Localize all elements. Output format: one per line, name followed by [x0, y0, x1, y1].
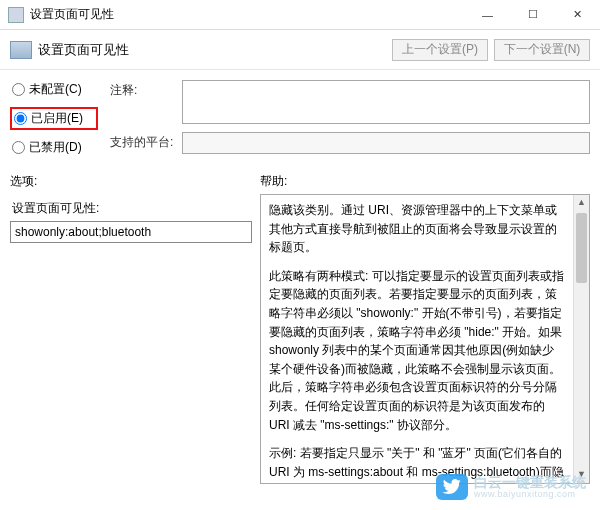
scroll-thumb[interactable]	[576, 213, 587, 283]
scroll-up-icon[interactable]: ▲	[574, 195, 589, 211]
visibility-option-input[interactable]	[10, 221, 252, 243]
radio-not-configured-label: 未配置(C)	[29, 81, 82, 98]
platform-label: 支持的平台:	[110, 132, 182, 154]
radio-not-configured-input[interactable]	[12, 83, 25, 96]
radio-enabled-label: 已启用(E)	[31, 110, 83, 127]
maximize-button[interactable]: ☐	[510, 0, 555, 30]
platform-display	[182, 132, 590, 154]
help-pane: 隐藏该类别。通过 URI、资源管理器中的上下文菜单或其他方式直接导航到被阻止的页…	[260, 194, 590, 484]
radio-enabled[interactable]: 已启用(E)	[10, 107, 98, 130]
radio-disabled[interactable]: 已禁用(D)	[10, 138, 98, 157]
help-paragraph: 此策略有两种模式: 可以指定要显示的设置页面列表或指定要隐藏的页面列表。若要指定…	[269, 267, 565, 434]
app-icon	[8, 7, 24, 23]
options-pane: 设置页面可见性:	[10, 194, 252, 484]
radio-not-configured[interactable]: 未配置(C)	[10, 80, 98, 99]
comment-label: 注释:	[110, 80, 182, 124]
window-controls: — ☐ ✕	[465, 0, 600, 30]
radio-enabled-input[interactable]	[14, 112, 27, 125]
state-radio-group: 未配置(C) 已启用(E) 已禁用(D)	[10, 80, 98, 165]
next-setting-button[interactable]: 下一个设置(N)	[494, 39, 590, 61]
help-label: 帮助:	[260, 173, 590, 190]
comment-input[interactable]	[182, 80, 590, 124]
window-titlebar: 设置页面可见性 — ☐ ✕	[0, 0, 600, 30]
help-paragraph: 隐藏该类别。通过 URI、资源管理器中的上下文菜单或其他方式直接导航到被阻止的页…	[269, 201, 565, 257]
options-label: 选项:	[10, 173, 260, 190]
platform-row: 支持的平台:	[110, 132, 590, 154]
lower-panes: 设置页面可见性: 隐藏该类别。通过 URI、资源管理器中的上下文菜单或其他方式直…	[0, 194, 600, 484]
help-content: 隐藏该类别。通过 URI、资源管理器中的上下文菜单或其他方式直接导航到被阻止的页…	[269, 201, 565, 484]
help-paragraph: 示例: 若要指定只显示 "关于" 和 "蓝牙" 页面(它们各自的 URI 为 m…	[269, 444, 565, 484]
policy-header: 设置页面可见性 上一个设置(P) 下一个设置(N)	[0, 30, 600, 70]
policy-title: 设置页面可见性	[38, 41, 386, 59]
help-scrollbar[interactable]: ▲ ▼	[573, 195, 589, 483]
watermark-url: www.baiyunxitong.com	[474, 489, 586, 499]
scroll-down-icon[interactable]: ▼	[574, 467, 589, 483]
section-labels: 选项: 帮助:	[0, 165, 600, 194]
minimize-button[interactable]: —	[465, 0, 510, 30]
window-title: 设置页面可见性	[30, 6, 465, 23]
meta-fields: 注释: 支持的平台:	[110, 80, 590, 165]
radio-disabled-label: 已禁用(D)	[29, 139, 82, 156]
comment-row: 注释:	[110, 80, 590, 124]
prev-setting-button[interactable]: 上一个设置(P)	[392, 39, 488, 61]
close-button[interactable]: ✕	[555, 0, 600, 30]
radio-disabled-input[interactable]	[12, 141, 25, 154]
policy-icon	[10, 41, 32, 59]
visibility-option-label: 设置页面可见性:	[12, 200, 252, 217]
config-area: 未配置(C) 已启用(E) 已禁用(D) 注释: 支持的平台:	[0, 70, 600, 165]
